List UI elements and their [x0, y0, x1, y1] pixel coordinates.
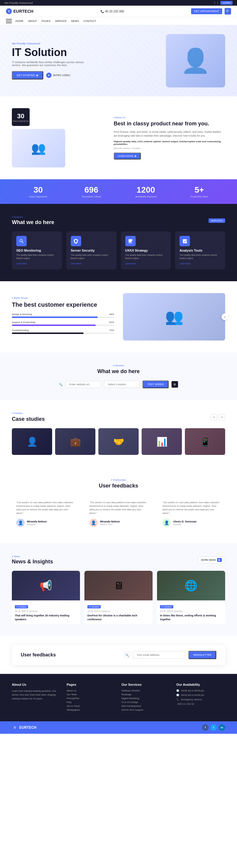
search-icon-button[interactable]: 🔍 — [225, 8, 231, 14]
news-img-2: 🖥 — [84, 571, 153, 600]
intro-video-button[interactable]: ▶ INTRO VIDEO — [46, 72, 70, 78]
about-author: Miranda Nelson, Founder — [114, 147, 225, 150]
stat-team-label: Productive Team — [191, 195, 208, 198]
analysis-icon — [179, 236, 190, 246]
footer-services-link-3[interactable]: UI & UX Design — [122, 701, 170, 704]
footer-about-title: About Us — [12, 683, 61, 686]
speed-location-input[interactable] — [104, 381, 139, 388]
footer-social: f t in — [202, 724, 225, 731]
about-left: 30 Years Experience 👥 — [12, 108, 105, 167]
linkedin-button[interactable]: in — [218, 724, 225, 731]
speed-url-input[interactable] — [65, 381, 101, 388]
more-news-button[interactable]: MORE NEWS ▶ — [198, 557, 225, 563]
analysis-link[interactable]: Lean More — [179, 262, 221, 265]
news-meta-3: Jul 15, 2022 & Someone — [160, 610, 222, 612]
nav-home[interactable]: HOME — [15, 20, 24, 23]
footer-pages-link-4[interactable]: Get In Touch — [67, 705, 115, 707]
newsletter-search-icon: 🔍 — [124, 652, 130, 658]
nav-service[interactable]: SERVICE — [55, 20, 66, 23]
footer: About Us Learn from industry-leading spe… — [0, 674, 237, 721]
seo-link[interactable]: Lean More — [16, 262, 58, 265]
newsletter-button[interactable]: NEWSLETTER — [189, 651, 216, 659]
security-link[interactable]: Lean More — [71, 262, 112, 265]
newsletter-email-input[interactable] — [133, 651, 186, 659]
footer-bottom: V EURTECH f t in — [0, 721, 237, 734]
test-speed-button[interactable]: TEST SPEED — [142, 380, 169, 388]
speed-settings-icon[interactable]: ⚙ — [172, 381, 178, 388]
footer-about-text: Learn from industry-leading speakers. Ou… — [12, 689, 61, 701]
next-button[interactable]: › — [222, 313, 228, 320]
footer-about-col: About Us Learn from industry-leading spe… — [12, 683, 61, 712]
nav-news[interactable]: NEWS — [71, 20, 79, 23]
case-card-3[interactable]: 🤝 — [98, 428, 139, 455]
learn-more-button[interactable]: LEARN MORE ▶ — [114, 153, 141, 159]
news-card-3[interactable]: 🌐 IT Solution Jul 15, 2022 & Someone In … — [157, 571, 225, 624]
footer-logo-icon: V — [12, 724, 18, 731]
twitter-button[interactable]: t — [210, 724, 217, 731]
service-ux: UX/UI Strategy The quality data team rew… — [121, 231, 171, 269]
footer-emergency: 📞 Emergency Service — [176, 698, 225, 701]
get-appointment-button[interactable]: GET APPOINTMENT — [191, 8, 222, 14]
nav-about[interactable]: ABOUT — [28, 20, 37, 23]
stat-clients-label: Thousands Clients — [81, 195, 101, 198]
progress-design-fill — [12, 316, 98, 318]
ux-link[interactable]: Lean More — [125, 262, 167, 265]
news-card-2[interactable]: 🖥 IT Solution Jul 15, 2022 & Someone Dev… — [84, 571, 153, 624]
footer-services-link-0[interactable]: Software Solution — [122, 689, 170, 692]
hero-image: 👤 — [118, 34, 225, 87]
footer-services-link-4[interactable]: Web Development — [122, 705, 170, 707]
news-section: # News News & Insights MORE NEWS ▶ 📢 IT … — [0, 543, 237, 636]
logo[interactable]: V EURTECH — [6, 8, 33, 14]
phone2-icon: 📞 — [176, 698, 179, 701]
progress-support-label: Support & Productivity 82% — [12, 321, 114, 323]
news-card-1[interactable]: 📢 IT Solution Jul 15, 2022 & Someone Tha… — [12, 571, 80, 624]
case-prev-button[interactable]: ‹ — [211, 414, 217, 421]
what-we-do-section: # Services What we do here 🔍 TEST SPEED … — [0, 352, 237, 400]
feedback-author-1: 👤 Miranda Nelson Designer — [16, 519, 75, 527]
hero-buttons: GET STARTED ▶ ▶ INTRO VIDEO — [12, 71, 118, 80]
footer-pages-link-5[interactable]: Whitepapers — [67, 709, 115, 711]
nav-contact[interactable]: CONTACT — [83, 20, 96, 23]
what-section-title: What we do here — [12, 368, 225, 375]
progress-trouble-pct: 70% — [109, 329, 114, 332]
seo-svg — [19, 239, 24, 244]
news-header: # News News & Insights MORE NEWS ▶ — [12, 555, 225, 565]
author-name-2: Miranda Nelson — [100, 520, 120, 523]
hamburger-line-1 — [6, 19, 12, 20]
case-card-5[interactable]: 📱 — [185, 428, 225, 455]
case-img-5: 📱 — [185, 428, 225, 455]
footer-pages-link-3[interactable]: FAQ — [67, 701, 115, 704]
logo-v-icon: V — [8, 10, 10, 13]
stat-team-num: 5+ — [191, 185, 208, 195]
hamburger-menu[interactable] — [6, 19, 12, 23]
security-desc: The quality data team rewards control, f… — [71, 254, 112, 260]
login-button[interactable]: LOGIN — [221, 1, 233, 5]
logo-icon: V — [6, 8, 12, 14]
phone-number: 40 20 232 000 — [105, 10, 124, 13]
nav-pages[interactable]: PAGES — [41, 20, 50, 23]
hero-person-placeholder: 👤 — [181, 47, 210, 75]
feedbacks-title: User feedbacks — [12, 483, 225, 489]
clock-icon: 🕐 — [176, 689, 179, 692]
case-next-button[interactable]: › — [218, 414, 225, 421]
case-card-4[interactable]: 📊 — [142, 428, 182, 455]
case-navigation: ‹ › — [211, 414, 225, 421]
facebook-button[interactable]: f — [202, 724, 209, 731]
stat-years: 30 Years Experience — [29, 185, 47, 198]
fb-link[interactable]: f — [214, 1, 215, 4]
footer-pages-link-2[interactable]: Pricing/Plan — [67, 697, 115, 700]
stat-worldwide: 1200 Worldwide Explored — [135, 185, 157, 198]
get-started-button[interactable]: GET STARTED ▶ — [12, 71, 43, 80]
footer-services-link-1[interactable]: Redesign — [122, 693, 170, 696]
case-header: # Portfolio Case studies ‹ › — [12, 412, 225, 422]
logo-text: EURTECH — [13, 9, 33, 13]
case-card-2[interactable]: 💼 — [55, 428, 95, 455]
case-card-1[interactable]: 👤 — [12, 428, 52, 455]
footer-services-link-2[interactable]: Digital Marketing — [122, 697, 170, 700]
footer-pages-link-0[interactable]: About Us — [67, 689, 115, 692]
footer-services-link-5[interactable]: 24/7hs Tech Support — [122, 709, 170, 711]
tw-link[interactable]: t — [217, 1, 218, 4]
news-headline-1: That will bring together 20 industry lea… — [15, 614, 77, 621]
case-studies-section: # Portfolio Case studies ‹ › 👤 💼 🤝 📊 📱 — [0, 400, 237, 467]
footer-pages-link-1[interactable]: Our Team — [67, 693, 115, 696]
